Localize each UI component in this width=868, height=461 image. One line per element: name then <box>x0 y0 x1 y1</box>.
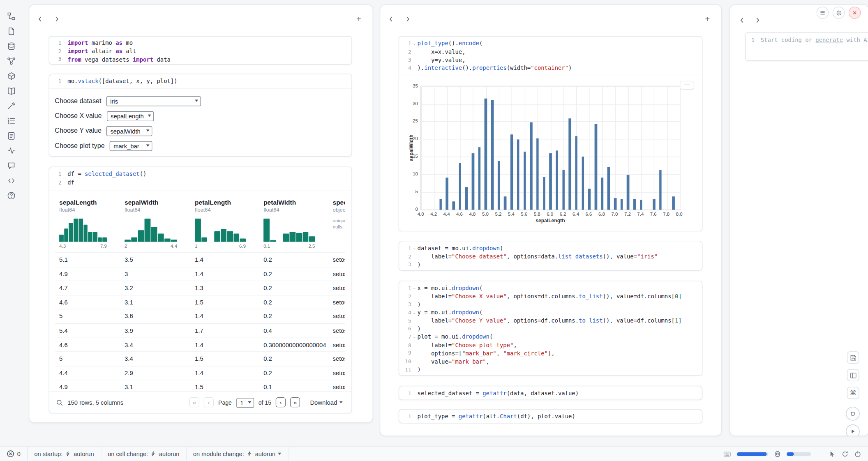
y-value-select[interactable]: sepalWidth <box>106 126 152 136</box>
code-line: 2 label="Choose dataset", options=data.l… <box>402 252 697 260</box>
page-select[interactable]: 1 <box>236 398 254 408</box>
table-row[interactable]: 4.73.21.30.2setosa <box>55 281 345 295</box>
column-header-petalWidth[interactable]: petalWidthfloat640.12.5 <box>259 198 328 252</box>
table-row[interactable]: 5.43.91.70.4setosa <box>55 323 345 337</box>
generate-link[interactable]: generate <box>815 37 843 43</box>
sync-icon[interactable] <box>841 450 849 458</box>
code-editor[interactable]: 1df = selected_dataset()2df <box>49 167 351 189</box>
dependency-graph-icon <box>7 57 15 65</box>
utilities-button[interactable] <box>6 101 16 111</box>
plot-type-cell[interactable]: 1plot_type = getattr(alt.Chart(df), plot… <box>399 409 702 423</box>
chat-button[interactable] <box>6 161 16 171</box>
first-page-button[interactable]: « <box>189 397 199 407</box>
run-button[interactable] <box>846 424 860 436</box>
code-editor[interactable]: 1import marimo as mo2import altair as al… <box>49 37 351 65</box>
code-editor[interactable]: 1selected_dataset = getattr(data, datase… <box>399 386 702 400</box>
search-icon[interactable] <box>56 399 63 406</box>
settings-button[interactable] <box>833 7 845 19</box>
scroll-left-button[interactable] <box>736 14 748 26</box>
scroll-right-button[interactable] <box>51 13 63 25</box>
table-row[interactable]: 4.63.11.50.2setosa <box>55 295 345 309</box>
table-cell: 5.4 <box>55 324 120 337</box>
download-button[interactable]: Download <box>310 399 342 406</box>
widgets-cell[interactable]: 1⌄x = mo.ui.dropdown(2 label="Choose X v… <box>399 281 702 376</box>
power-icon[interactable] <box>854 450 861 458</box>
errors-indicator[interactable]: 0 <box>0 447 27 461</box>
code-editor[interactable]: 1mo.vstack([dataset, x, y, plot]) <box>49 74 351 88</box>
keyboard-icon[interactable] <box>723 450 731 458</box>
table-row[interactable]: 5.13.51.40.2setosa <box>55 252 345 266</box>
table-row[interactable]: 4.42.91.40.2setosa <box>55 366 345 380</box>
chart-menu-button[interactable]: ⋯ <box>680 81 694 90</box>
fold-icon[interactable]: ⌄ <box>411 334 418 339</box>
pointer-icon[interactable] <box>829 450 836 458</box>
altair-chart[interactable] <box>421 85 681 210</box>
help-icon <box>7 191 15 199</box>
table-cell: 1.5 <box>190 295 259 309</box>
documentation-button[interactable] <box>6 86 16 96</box>
on-startup-setting[interactable]: on startup: autorun <box>28 447 100 461</box>
on-cell-change-setting[interactable]: on cell change: autorun <box>101 447 186 461</box>
hist-bar <box>214 231 220 242</box>
hist-bar <box>98 237 102 242</box>
table-row[interactable]: 4.931.40.2setosa <box>55 267 345 281</box>
imports-cell[interactable]: 1import marimo as mo2import altair as al… <box>49 36 352 65</box>
command-palette-button[interactable]: ⌘ <box>847 387 859 399</box>
scroll-right-button[interactable] <box>402 13 414 25</box>
notebook-file-button[interactable] <box>6 26 16 36</box>
hist-bar <box>270 240 276 242</box>
add-cell-button[interactable]: + <box>702 13 714 25</box>
fold-icon[interactable]: ⌄ <box>411 286 418 290</box>
next-page-button[interactable]: › <box>276 397 286 407</box>
hist-bar <box>227 231 233 242</box>
vstack-cell[interactable]: 1mo.vstack([dataset, x, y, plot]) Choose… <box>49 74 352 157</box>
packages-button[interactable] <box>6 71 16 81</box>
snippets-button[interactable] <box>6 131 16 141</box>
interrupt-button[interactable] <box>846 407 860 421</box>
dataset-select[interactable]: iris <box>106 96 201 106</box>
dataframe-cell[interactable]: 1df = selected_dataset()2df sepalLengthf… <box>49 166 352 413</box>
help-button[interactable] <box>6 190 16 200</box>
add-cell-button[interactable]: + <box>353 13 365 25</box>
tracing-button[interactable] <box>6 145 16 155</box>
code-editor[interactable]: 1⌄plot_type().encode(2 x=x.value,3 y=y.v… <box>399 37 702 75</box>
column-header-species[interactable]: speciesobjectuniquenulls: <box>328 198 345 252</box>
notebook-menu-button[interactable] <box>817 7 829 19</box>
table-row[interactable]: 4.63.41.40.30000000000000004setosa <box>55 337 345 351</box>
dataset-dropdown-cell[interactable]: 1⌄dataset = mo.ui.dropdown(2 label="Choo… <box>399 241 702 271</box>
table-row[interactable]: 53.61.40.2setosa <box>55 309 345 323</box>
last-page-button[interactable]: » <box>290 397 300 407</box>
column-summary: uniquenulls: <box>333 218 345 243</box>
code-editor[interactable]: 1plot_type = getattr(alt.Chart(df), plot… <box>399 410 702 423</box>
datasets-button[interactable] <box>6 41 16 51</box>
file-explorer-button[interactable] <box>6 11 16 21</box>
plot-cell[interactable]: 1⌄plot_type().encode(2 x=x.value,3 y=y.v… <box>399 36 702 231</box>
fold-icon[interactable]: ⌄ <box>411 310 418 315</box>
fold-icon[interactable]: ⌄ <box>411 41 418 46</box>
code-editor[interactable]: 1⌄x = mo.ui.dropdown(2 label="Choose X v… <box>399 281 702 376</box>
fold-icon[interactable]: ⌄ <box>411 246 418 251</box>
plot-type-select[interactable]: mark_bar <box>110 141 152 151</box>
on-module-change-setting[interactable]: on module change: autorun <box>187 447 288 461</box>
chart-bar <box>607 167 610 210</box>
selected-dataset-cell[interactable]: 1selected_dataset = getattr(data, datase… <box>399 386 702 400</box>
table-row[interactable]: 53.41.50.2setosa <box>55 352 345 366</box>
code-editor[interactable]: 1⌄dataset = mo.ui.dropdown(2 label="Choo… <box>399 241 702 270</box>
scratchpad-button[interactable] <box>6 175 16 185</box>
hist-bar <box>138 230 144 242</box>
scroll-left-button[interactable] <box>385 13 397 25</box>
dataframe-output: sepalLengthfloat644.37.9sepalWidthfloat6… <box>49 190 351 413</box>
scroll-left-button[interactable] <box>34 13 46 25</box>
prev-page-button[interactable]: ‹ <box>204 397 214 407</box>
x-value-select[interactable]: sepalLength <box>107 111 154 121</box>
layout-button[interactable] <box>847 369 859 381</box>
column-header-sepalLength[interactable]: sepalLengthfloat644.37.9 <box>55 198 120 252</box>
outline-button[interactable] <box>6 116 16 126</box>
save-button[interactable] <box>847 351 859 364</box>
table-cell: 4.7 <box>55 281 120 295</box>
scroll-right-button[interactable] <box>751 14 764 26</box>
gridline <box>654 86 654 210</box>
dependency-graph-button[interactable] <box>6 56 16 66</box>
column-header-petalLength[interactable]: petalLengthfloat6416.9 <box>190 198 259 252</box>
column-header-sepalWidth[interactable]: sepalWidthfloat6424.4 <box>120 198 190 252</box>
